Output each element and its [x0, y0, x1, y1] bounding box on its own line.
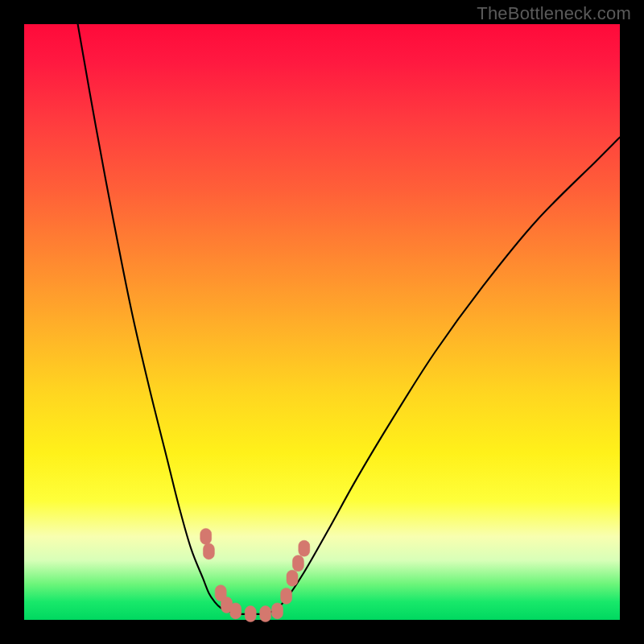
- plot-area: [24, 24, 620, 620]
- watermark-text: TheBottleneck.com: [477, 3, 631, 24]
- curve-marker: [299, 540, 310, 556]
- curve-marker: [292, 555, 303, 572]
- chart-frame: TheBottleneck.com: [0, 0, 644, 644]
- curve-marker: [281, 588, 292, 604]
- marker-group: [200, 528, 310, 621]
- curve-marker: [200, 528, 212, 544]
- curve-marker: [287, 570, 298, 586]
- curve-layer: [24, 24, 620, 620]
- curve-marker: [260, 606, 271, 622]
- curve-marker: [245, 606, 256, 622]
- curve-marker: [230, 603, 242, 619]
- curve-marker: [272, 603, 283, 619]
- bottleneck-curve: [78, 24, 620, 614]
- curve-marker: [203, 543, 214, 559]
